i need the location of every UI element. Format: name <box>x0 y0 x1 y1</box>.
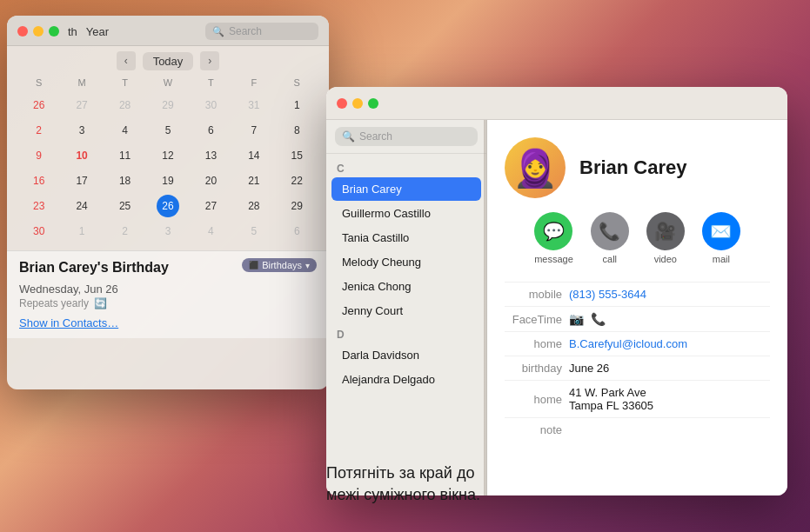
cal-cell[interactable]: 13 <box>199 144 222 167</box>
caption-line1: Потягніть за край до <box>326 462 480 484</box>
calendar-grid: S M T W T F S 26 27 28 29 30 31 1 2 3 4 <box>7 76 329 250</box>
minimize-button[interactable] <box>33 26 44 37</box>
video-action-button[interactable]: 🎥 video <box>646 212 685 264</box>
cal-cell[interactable]: 27 <box>199 195 222 217</box>
cal-cell[interactable]: 7 <box>243 119 265 142</box>
contacts-maximize-button[interactable] <box>368 98 378 109</box>
cal-cell[interactable]: 5 <box>243 220 265 243</box>
cal-cell[interactable]: 17 <box>70 170 93 192</box>
cal-cell[interactable]: 9 <box>28 144 50 167</box>
cal-today-button[interactable]: Today <box>143 52 194 70</box>
contacts-search-placeholder: Search <box>359 130 392 143</box>
cal-week-4: 16 17 18 19 20 21 22 <box>17 169 318 193</box>
contact-item-darla-davidson[interactable]: Darla Davidson <box>331 343 481 367</box>
contact-item-jenny-court[interactable]: Jenny Court <box>331 299 481 323</box>
cal-cell[interactable]: 19 <box>157 170 179 192</box>
contact-item-melody-cheung[interactable]: Melody Cheung <box>331 250 481 274</box>
contact-name: Brian Carey <box>579 156 687 179</box>
caption-text: Потягніть за край до межі суміжного вікн… <box>326 462 480 506</box>
info-value-birthday: June 26 <box>566 356 770 381</box>
contacts-close-button[interactable] <box>337 98 347 109</box>
cal-cell[interactable]: 2 <box>114 220 137 243</box>
message-action-button[interactable]: 💬 message <box>534 212 573 264</box>
contact-item-alejandra-delgado[interactable]: Alejandra Delgado <box>331 368 481 391</box>
cal-cell[interactable]: 6 <box>199 119 222 142</box>
close-button[interactable] <box>17 26 28 37</box>
message-label: message <box>534 254 573 264</box>
info-row-address: home 41 W. Park AveTampa FL 33605 <box>505 381 770 418</box>
cal-cell[interactable]: 30 <box>28 220 50 243</box>
cal-cell[interactable]: 8 <box>285 119 308 142</box>
calendar-title-th: th <box>68 25 77 38</box>
cal-cell[interactable]: 4 <box>114 119 137 142</box>
cal-cell[interactable]: 4 <box>199 220 222 243</box>
info-value-mobile[interactable]: (813) 555-3644 <box>566 283 770 307</box>
cal-cell[interactable]: 29 <box>157 94 179 116</box>
cal-cell[interactable]: 14 <box>243 144 265 167</box>
search-icon: 🔍 <box>212 26 224 37</box>
cal-cell[interactable]: 12 <box>157 144 179 167</box>
contact-item-guillermo-castillo[interactable]: Guillermo Castillo <box>331 202 481 225</box>
video-icon: 🎥 <box>654 221 676 242</box>
video-label: video <box>654 254 677 264</box>
cal-cell[interactable]: 1 <box>70 220 93 243</box>
cal-cell[interactable]: 27 <box>70 94 93 116</box>
contacts-minimize-button[interactable] <box>352 98 363 109</box>
cal-cell[interactable]: 3 <box>157 220 179 243</box>
info-value-email[interactable]: B.Carefyul@icloud.com <box>566 332 770 356</box>
facetime-icons: 📷 📞 <box>569 312 766 326</box>
mail-action-button[interactable]: ✉️ mail <box>702 212 740 264</box>
show-in-contacts-link[interactable]: Show in Contacts… <box>19 316 317 329</box>
cal-cell[interactable]: 21 <box>243 170 265 192</box>
cal-next-button[interactable]: › <box>200 51 219 70</box>
calendar-nav: ‹ Today › <box>7 46 329 76</box>
cal-cell[interactable]: 22 <box>285 170 308 192</box>
contact-item-brian-carey[interactable]: Brian Carey <box>331 177 481 201</box>
facetime-audio-icon[interactable]: 📞 <box>591 312 606 326</box>
contact-item-jenica-chong[interactable]: Jenica Chong <box>331 275 481 298</box>
cal-cell[interactable]: 11 <box>114 144 137 167</box>
maximize-button[interactable] <box>49 26 59 37</box>
cal-cell[interactable]: 31 <box>243 94 265 116</box>
cal-cell[interactable]: 16 <box>28 170 50 192</box>
calendar-weeks: 26 27 28 29 30 31 1 2 3 4 5 6 7 8 9 10 <box>17 93 318 243</box>
cal-cell[interactable]: 15 <box>285 144 308 167</box>
cal-cell[interactable]: 23 <box>28 195 50 217</box>
calendar-search-bar[interactable]: 🔍 Search <box>205 23 318 40</box>
day-label-s2: S <box>276 76 318 90</box>
event-date: Wednesday, Jun 26 <box>19 283 317 296</box>
cal-prev-button[interactable]: ‹ <box>117 51 136 70</box>
contacts-window: 🔍 Search C Brian Carey Guillermo Castill… <box>326 87 787 495</box>
message-icon: 💬 <box>543 221 565 242</box>
calendar-window: th Year 🔍 Search ‹ Today › S M T W T F S… <box>7 16 329 389</box>
call-action-button[interactable]: 📞 call <box>591 212 629 264</box>
cal-cell[interactable]: 1 <box>285 94 308 116</box>
repeat-icon: 🔄 <box>94 297 107 309</box>
cal-cell[interactable]: 24 <box>70 195 93 217</box>
cal-cell-today[interactable]: 26 <box>157 195 179 217</box>
contacts-search-bar[interactable]: 🔍 Search <box>326 120 486 154</box>
cal-cell[interactable]: 5 <box>157 119 179 142</box>
cal-cell[interactable]: 26 <box>28 94 50 116</box>
call-label: call <box>603 254 618 264</box>
cal-cell[interactable]: 3 <box>70 119 93 142</box>
cal-cell[interactable]: 30 <box>199 94 222 116</box>
facetime-video-icon[interactable]: 📷 <box>569 312 584 326</box>
cal-cell[interactable]: 20 <box>199 170 222 192</box>
contact-item-tania-castillo[interactable]: Tania Castillo <box>331 226 481 249</box>
cal-cell[interactable]: 28 <box>114 94 137 116</box>
info-label-note: note <box>505 418 566 442</box>
caption-line2: межі суміжного вікна. <box>326 484 480 506</box>
cal-cell[interactable]: 29 <box>285 195 308 217</box>
calendar-event-section: Brian Carey's Birthday ⬛ Birthdays ▾ Wed… <box>7 250 329 338</box>
day-label-t1: T <box>104 76 146 90</box>
sidebar-resize-handle[interactable] <box>484 120 487 495</box>
cal-cell[interactable]: 25 <box>114 195 137 217</box>
cal-cell[interactable]: 18 <box>114 170 137 192</box>
info-label-home-email: home <box>505 332 566 356</box>
cal-cell[interactable]: 6 <box>285 220 308 243</box>
cal-cell[interactable]: 2 <box>28 119 50 142</box>
cal-cell[interactable]: 10 <box>70 144 93 167</box>
cal-cell[interactable]: 28 <box>243 195 265 217</box>
info-row-email: home B.Carefyul@icloud.com <box>505 332 770 356</box>
